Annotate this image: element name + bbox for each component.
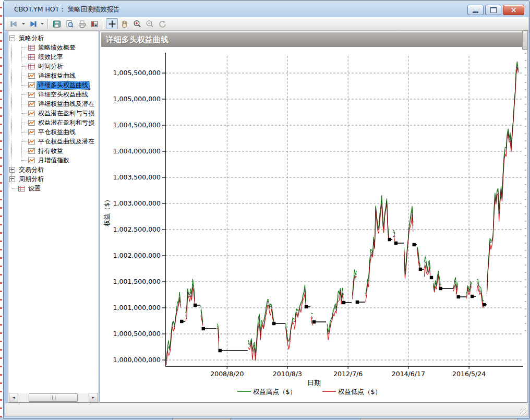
window-controls: × <box>467 5 524 15</box>
zoom-out-tool-button[interactable] <box>143 18 155 29</box>
zoom-out-icon <box>145 19 154 29</box>
tree-item-详细多头权益曲线[interactable]: 详细多头权益曲线 <box>8 80 99 90</box>
legend-high-label: 权益高点（$） <box>252 388 296 395</box>
scroll-thumb[interactable] <box>29 393 78 402</box>
trade-exit-marker <box>394 242 397 245</box>
tree-item-平仓权益曲线[interactable]: 平仓权益曲线 <box>8 127 99 137</box>
svg-text:1,001,500,000: 1,001,500,000 <box>113 278 161 285</box>
expand-plus-icon[interactable] <box>9 167 15 173</box>
chart-title: 详细多头权益曲线 <box>106 35 168 44</box>
chart-icon <box>28 129 35 135</box>
nav-forward-icon <box>28 19 38 29</box>
chart-icon <box>28 82 35 88</box>
tree-item-label: 策略分析 <box>18 34 45 42</box>
table-icon <box>28 64 35 69</box>
save-button[interactable] <box>51 18 63 29</box>
x-axis-title: 日期 <box>307 379 321 387</box>
restore-icon <box>490 7 497 13</box>
svg-text:1,004,500,000: 1,004,500,000 <box>113 121 161 129</box>
trade-exit-marker <box>194 304 197 307</box>
chart-title-bar: 详细多头权益曲线 <box>101 32 525 47</box>
crosshair-tool-button[interactable] <box>106 18 118 29</box>
nav-back-icon <box>9 19 19 29</box>
toolbar-separator <box>47 19 48 29</box>
tree-item-策略绩效概要[interactable]: 策略绩效概要 <box>8 43 99 52</box>
tree-item-设置[interactable]: 设置 <box>8 184 99 193</box>
nav-back-dropdown[interactable] <box>20 18 26 29</box>
toolbar <box>5 17 528 31</box>
tree-item-持有收益[interactable]: 持有收益 <box>8 146 99 155</box>
chart-icon <box>28 73 35 79</box>
tree-item-周期分析[interactable]: 周期分析 <box>8 174 99 184</box>
tree-item-label: 时间分析 <box>37 63 64 70</box>
svg-text:1,004,000,000: 1,004,000,000 <box>113 147 161 155</box>
expand-minus-icon[interactable] <box>9 35 15 41</box>
close-icon: × <box>511 6 517 14</box>
expand-plus-icon[interactable] <box>9 176 15 182</box>
restore-button[interactable] <box>485 5 501 15</box>
trade-exit-marker <box>439 287 442 290</box>
tree-item-label: 详细权益曲线及潜在 <box>37 100 95 108</box>
resize-grip[interactable] <box>520 408 527 415</box>
equity-chart[interactable]: 1,000,000,0001,000,500,0001,001,000,0001… <box>101 47 525 401</box>
tree-item-label: 权益潜在盈利与亏损 <box>37 110 95 117</box>
tree-connector-line <box>11 40 12 188</box>
tree-item-权益潜在盈利与亏损[interactable]: 权益潜在盈利与亏损 <box>8 109 99 118</box>
svg-text:2014/6/17: 2014/6/17 <box>392 370 425 378</box>
tree-item-详细权益曲线[interactable]: 详细权益曲线 <box>8 71 99 80</box>
table-icon <box>18 186 25 191</box>
tree-connector-line <box>21 43 21 160</box>
minimize-button[interactable] <box>467 5 484 15</box>
tree-item-label: 交易分析 <box>18 166 45 174</box>
tree-item-平仓权益曲线及潜在[interactable]: 平仓权益曲线及潜在 <box>8 137 99 146</box>
tree-item-策略分析[interactable]: 策略分析 <box>8 33 99 43</box>
pan-tool-button[interactable] <box>118 18 130 29</box>
svg-text:1,002,500,000: 1,002,500,000 <box>113 225 161 233</box>
svg-text:2008/8/20: 2008/8/20 <box>210 370 244 378</box>
pan-hand-icon <box>120 19 129 29</box>
trade-exit-marker <box>430 276 433 279</box>
trade-exit-marker <box>419 268 422 271</box>
trade-exit-marker <box>305 305 308 308</box>
trade-exit-marker <box>483 303 486 306</box>
trade-exit-marker <box>388 238 391 241</box>
background-tick-fragment <box>525 53 526 334</box>
print-icon <box>77 19 87 29</box>
scroll-left-button[interactable]: ◄ <box>9 393 18 402</box>
tree-item-绩效比率[interactable]: 绩效比率 <box>8 52 99 62</box>
nav-forward-dropdown[interactable] <box>39 18 45 29</box>
tree-item-交易分析[interactable]: 交易分析 <box>8 165 99 174</box>
close-button[interactable]: × <box>503 5 524 15</box>
nav-back-button[interactable] <box>8 18 20 29</box>
zoom-in-tool-button[interactable] <box>131 18 143 29</box>
svg-text:1,002,000,000: 1,002,000,000 <box>113 251 161 259</box>
report-parameters-button[interactable] <box>88 18 100 29</box>
tree-item-月增值指数[interactable]: 月增值指数 <box>8 155 99 165</box>
nav-forward-button[interactable] <box>27 18 39 29</box>
svg-text:1,000,500,000: 1,000,500,000 <box>113 330 161 338</box>
tree-item-权益潜在盈利和亏损[interactable]: 权益潜在盈利和亏损 <box>8 118 99 127</box>
chevron-down-icon <box>21 22 26 25</box>
chevron-down-icon <box>40 22 44 25</box>
chart-icon <box>28 158 35 163</box>
tree-item-详细权益曲线及潜在[interactable]: 详细权益曲线及潜在 <box>8 99 99 109</box>
tree-item-label: 平仓权益曲线 <box>37 128 77 136</box>
scroll-right-button[interactable]: ► <box>89 393 98 402</box>
tree-item-label: 绩效比率 <box>37 53 64 61</box>
svg-text:1,001,000,000: 1,001,000,000 <box>113 304 161 311</box>
report-parameters-icon <box>90 19 99 29</box>
print-button[interactable] <box>76 18 88 29</box>
tree-item-label: 持有收益 <box>37 147 64 155</box>
tree-item-label: 平仓权益曲线及潜在 <box>37 138 95 146</box>
tree-item-详细空头权益曲线[interactable]: 详细空头权益曲线 <box>8 90 99 99</box>
background-scrollbar-fragment <box>522 30 528 50</box>
reset-zoom-button[interactable] <box>156 18 168 29</box>
tree-hscrollbar[interactable]: ◄ ► <box>9 393 98 402</box>
chart-icon <box>28 148 35 154</box>
report-window: CBOT.YM HOT： 策略回测绩效报告 × <box>3 0 530 418</box>
tree-item-时间分析[interactable]: 时间分析 <box>8 62 99 71</box>
trade-exit-marker <box>413 243 416 246</box>
tree-item-label: 月增值指数 <box>37 157 70 164</box>
title-bar[interactable]: CBOT.YM HOT： 策略回测绩效报告 × <box>5 1 528 17</box>
print-preview-button[interactable] <box>63 18 75 29</box>
